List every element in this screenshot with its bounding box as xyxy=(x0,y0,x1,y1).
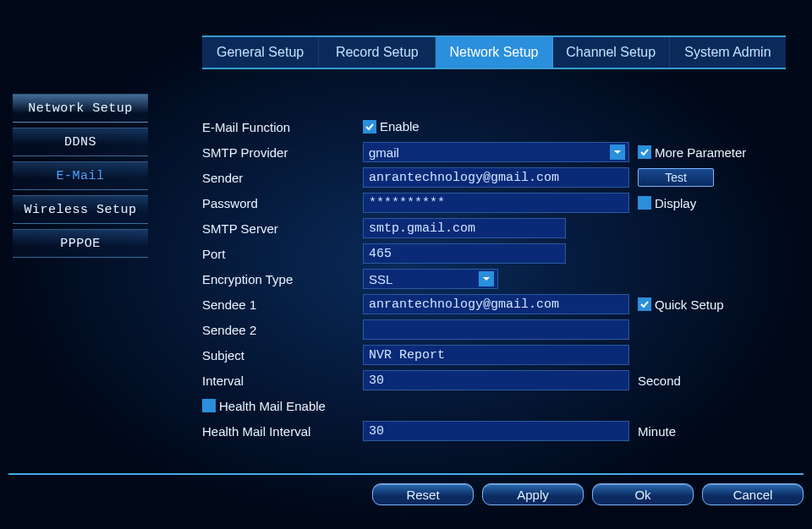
sidebar-item-ddns[interactable]: DDNS xyxy=(13,128,148,156)
health-mail-interval-label: Health Mail Interval xyxy=(202,424,363,439)
tab-channel-setup[interactable]: Channel Setup xyxy=(553,37,670,68)
chevron-down-icon xyxy=(479,271,494,286)
port-label: Port xyxy=(202,247,363,261)
display-checkbox-wrap[interactable]: Display xyxy=(638,196,696,210)
sidebar-item-email[interactable]: E-Mail xyxy=(13,161,148,190)
sidebar-item-pppoe[interactable]: PPPOE xyxy=(13,229,148,258)
health-mail-interval-unit: Minute xyxy=(638,424,676,439)
test-button[interactable]: Test xyxy=(638,168,714,187)
reset-button[interactable]: Reset xyxy=(372,483,474,505)
cancel-button[interactable]: Cancel xyxy=(702,483,804,505)
chevron-down-icon xyxy=(610,145,625,160)
enable-checkbox-wrap[interactable]: Enable xyxy=(363,119,420,134)
encryption-type-select[interactable]: SSL xyxy=(363,269,498,289)
interval-label: Interval xyxy=(202,374,363,388)
quick-setup-label: Quick Setup xyxy=(655,297,724,312)
health-mail-enable-checkbox-wrap[interactable]: Health Mail Enable xyxy=(202,399,326,413)
apply-button[interactable]: Apply xyxy=(482,483,584,505)
top-tabs: General Setup Record Setup Network Setup… xyxy=(202,35,786,69)
smtp-provider-value: gmail xyxy=(369,145,399,160)
checkbox-empty-icon xyxy=(202,399,216,412)
smtp-server-input[interactable] xyxy=(363,218,566,238)
email-settings-form: E-Mail Function Enable SMTP Provider gma… xyxy=(202,114,786,444)
sidebar-item-network-setup[interactable]: Network Setup xyxy=(13,94,148,123)
quick-setup-checkbox-wrap[interactable]: Quick Setup xyxy=(638,297,724,312)
checkmark-icon xyxy=(638,297,651,311)
health-mail-interval-input[interactable] xyxy=(363,421,629,441)
sendee2-label: Sendee 2 xyxy=(202,323,363,337)
enable-label: Enable xyxy=(380,119,420,134)
sender-input[interactable] xyxy=(363,167,629,188)
subject-label: Subject xyxy=(202,348,363,363)
footer-buttons: Reset Apply Ok Cancel xyxy=(0,483,804,505)
sendee2-input[interactable] xyxy=(363,319,629,340)
subject-input[interactable] xyxy=(363,345,629,365)
password-input[interactable] xyxy=(363,193,629,213)
more-parameter-checkbox-wrap[interactable]: More Parameter xyxy=(638,145,746,160)
health-mail-enable-label: Health Mail Enable xyxy=(219,399,326,413)
sendee1-input[interactable] xyxy=(363,294,629,314)
ok-button[interactable]: Ok xyxy=(592,483,694,505)
password-label: Password xyxy=(202,196,363,210)
port-input[interactable] xyxy=(363,243,566,264)
interval-unit: Second xyxy=(638,374,681,388)
sender-label: Sender xyxy=(202,171,363,185)
tab-network-setup[interactable]: Network Setup xyxy=(436,37,552,68)
sendee1-label: Sendee 1 xyxy=(202,297,363,312)
smtp-server-label: SMTP Server xyxy=(202,221,363,236)
smtp-provider-label: SMTP Provider xyxy=(202,145,363,160)
tab-general-setup[interactable]: General Setup xyxy=(202,37,319,68)
checkbox-empty-icon xyxy=(638,196,651,210)
smtp-provider-select[interactable]: gmail xyxy=(363,142,629,162)
checkmark-icon xyxy=(363,120,376,134)
encryption-type-value: SSL xyxy=(369,272,392,286)
encryption-type-label: Encryption Type xyxy=(202,272,363,286)
sidebar-item-wireless-setup[interactable]: Wireless Setup xyxy=(13,195,148,224)
checkmark-icon xyxy=(638,145,651,159)
tab-record-setup[interactable]: Record Setup xyxy=(319,37,436,68)
display-label: Display xyxy=(655,196,696,210)
more-parameter-label: More Parameter xyxy=(655,145,746,160)
interval-input[interactable] xyxy=(363,370,629,390)
email-function-label: E-Mail Function xyxy=(202,120,363,134)
tab-system-admin[interactable]: System Admin xyxy=(670,37,786,68)
sidebar: Network Setup DDNS E-Mail Wireless Setup… xyxy=(13,94,148,258)
divider-line xyxy=(8,473,804,475)
